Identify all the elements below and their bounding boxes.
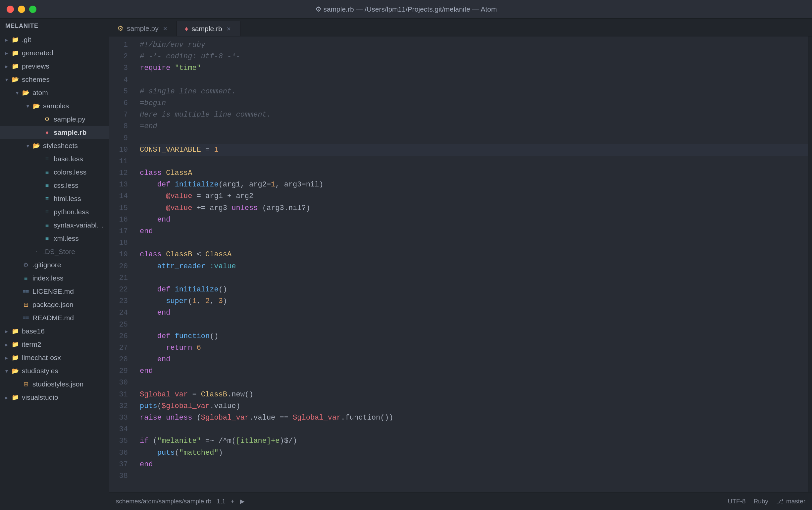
chevron-icon (24, 142, 32, 150)
sidebar-item-atom[interactable]: 📂 atom (0, 86, 109, 100)
code-editor: 12345 678910 1112131415 1617181920 21222… (109, 36, 812, 492)
sidebar-item-base-less[interactable]: ≡ base.less (0, 152, 109, 166)
chevron-icon (3, 36, 10, 44)
status-left: schemes/atom/samples/sample.rb 1,1 + ▶ (116, 498, 728, 505)
less-file-icon: ≡ (42, 181, 52, 190)
code-line: # -*- coding: utf-8 -*- (140, 51, 808, 62)
window-title: ⚙ sample.rb — /Users/lpm11/Projects.git/… (315, 5, 497, 13)
code-line: Here is multiple line comment. (140, 109, 808, 120)
sidebar-item-stylesheets[interactable]: 📂 stylesheets (0, 139, 109, 152)
sidebar-item-xml-less[interactable]: ≡ xml.less (0, 232, 109, 245)
branch-name: master (786, 498, 805, 505)
sidebar-item-studiostyles[interactable]: 📂 studiostyles (0, 364, 109, 377)
code-line: =begin (140, 97, 808, 109)
json-file-icon: ⊞ (21, 300, 30, 309)
folder-icon: 📁 (10, 62, 20, 71)
sidebar-item-sample-py[interactable]: ⚙ sample.py (0, 113, 109, 126)
sidebar-item-package-json[interactable]: ⊞ package.json (0, 298, 109, 311)
sidebar-item-limechat-osx[interactable]: 📁 limechat-osx (0, 351, 109, 364)
less-file-icon: ≡ (42, 234, 52, 243)
chevron-icon (3, 76, 10, 83)
language[interactable]: Ruby (754, 498, 768, 505)
folder-icon: 📁 (10, 35, 20, 45)
sidebar-item-label: sample.py (54, 115, 85, 123)
less-file-icon: ≡ (21, 274, 30, 283)
sidebar-item-index-less[interactable]: ≡ index.less (0, 272, 109, 285)
sidebar-item-python-less[interactable]: ≡ python.less (0, 205, 109, 219)
sidebar-item-previews[interactable]: 📁 previews (0, 60, 109, 73)
code-line: def initialize(arg1, arg2=1, arg3=nil) (140, 179, 808, 191)
folder-open-icon: 📂 (32, 101, 41, 111)
tab-sample-rb[interactable]: ♦ sample.rb ✕ (177, 21, 240, 36)
folder-open-icon: 📂 (10, 366, 20, 375)
folder-icon: 📁 (10, 353, 20, 362)
sidebar-item-label: html.less (54, 195, 81, 203)
sidebar-item-label: syntax-variabl… (54, 221, 104, 229)
sidebar-item-label: sample.rb (54, 129, 86, 137)
code-line: def initialize() (140, 284, 808, 295)
status-right: UTF-8 Ruby ⎇ master (728, 498, 805, 505)
tab-sample-py[interactable]: ⚙ sample.py ✕ (109, 21, 177, 36)
code-line: if ("melanite" =~ /^m([itlane]+e)$/) (140, 435, 808, 447)
tab-close-button[interactable]: ✕ (226, 26, 232, 32)
code-content[interactable]: #!/bin/env ruby # -*- coding: utf-8 -*- … (133, 36, 808, 492)
cursor-position: 1,1 (216, 498, 225, 505)
rb-tab-icon: ♦ (185, 25, 188, 33)
sidebar-item-syntax-variable[interactable]: ≡ syntax-variabl… (0, 219, 109, 232)
less-file-icon: ≡ (42, 168, 52, 177)
sidebar-item-studiostyles-json[interactable]: ⊞ studiostyles.json (0, 377, 109, 391)
sidebar-item-label: package.json (32, 301, 74, 309)
sidebar-item-label: .DS_Store (43, 248, 75, 256)
sidebar-item-iterm2[interactable]: 📁 iterm2 (0, 338, 109, 351)
sidebar-item-license[interactable]: ≡≡ LICENSE.md (0, 285, 109, 298)
code-line: super(1, 2, 3) (140, 295, 808, 307)
close-button[interactable] (7, 6, 14, 13)
sidebar-item-schemes[interactable]: 📂 schemes (0, 73, 109, 86)
sidebar-item-label: index.less (32, 274, 63, 282)
code-line: @value += arg3 unless (arg3.nil?) (140, 202, 808, 214)
sidebar-item-base16[interactable]: 📁 base16 (0, 324, 109, 338)
chevron-icon (3, 367, 10, 375)
code-line: class ClassA (140, 167, 808, 179)
chevron-icon (24, 102, 32, 110)
rb-file-icon: ♦ (42, 128, 52, 137)
chevron-icon (3, 49, 10, 57)
sidebar-item-label: base16 (22, 327, 45, 335)
json-file-icon: ⊞ (21, 379, 30, 389)
sidebar-item-html-less[interactable]: ≡ html.less (0, 192, 109, 205)
sidebar-item-label: samples (43, 102, 69, 110)
sidebar-item-css-less[interactable]: ≡ css.less (0, 179, 109, 192)
sidebar-item-sample-rb[interactable]: ♦ sample.rb (0, 126, 109, 139)
sidebar-item-samples[interactable]: 📂 samples (0, 100, 109, 113)
minimize-button[interactable] (18, 6, 25, 13)
sidebar-item-gitignore[interactable]: ⚙ .gitignore (0, 258, 109, 272)
sidebar-item-git[interactable]: 📁 .git (0, 33, 109, 46)
maximize-button[interactable] (29, 6, 36, 13)
add-button[interactable]: + (231, 498, 234, 505)
encoding[interactable]: UTF-8 (728, 498, 746, 505)
git-branch[interactable]: ⎇ master (776, 498, 805, 505)
sidebar-item-label: previews (22, 62, 49, 70)
sidebar-item-label: atom (32, 89, 48, 97)
less-file-icon: ≡ (42, 194, 52, 203)
sidebar-item-label: css.less (54, 181, 79, 190)
sidebar-item-generated[interactable]: 📁 generated (0, 46, 109, 60)
code-line: $global_var = ClassB.new() (140, 389, 808, 400)
chevron-icon (3, 340, 10, 348)
code-line: end (140, 214, 808, 226)
code-line: @value = arg1 + arg2 (140, 191, 808, 202)
git-branch-icon: ⎇ (776, 498, 784, 505)
sidebar-item-ds-store[interactable]: · .DS_Store (0, 245, 109, 258)
tab-close-button[interactable]: ✕ (162, 25, 169, 32)
sidebar-item-colors-less[interactable]: ≡ colors.less (0, 166, 109, 179)
code-line: end (140, 459, 808, 470)
folder-open-icon: 📂 (21, 88, 30, 97)
code-line: end (140, 226, 808, 237)
chevron-icon (13, 89, 21, 97)
chevron-icon (3, 327, 10, 335)
code-line: end (140, 354, 808, 365)
sidebar-item-visualstudio[interactable]: 📁 visualstudio (0, 391, 109, 404)
sidebar-item-readme[interactable]: ≡≡ README.md (0, 311, 109, 324)
terminal-icon[interactable]: ▶ (240, 498, 245, 505)
code-line: puts($global_var.value) (140, 400, 808, 412)
